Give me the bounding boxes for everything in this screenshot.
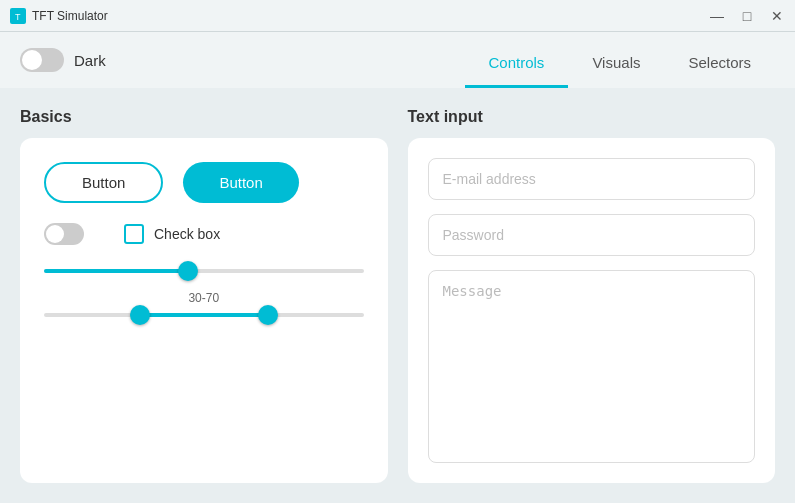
checkbox-label: Check box: [154, 226, 220, 242]
small-toggle[interactable]: [44, 223, 84, 245]
filled-button[interactable]: Button: [183, 162, 298, 203]
text-input-panel: Text input: [408, 108, 776, 483]
window-controls: — □ ✕: [709, 9, 785, 23]
message-field[interactable]: [428, 270, 756, 463]
tabs: Controls Visuals Selectors: [106, 32, 775, 88]
basics-card: Button Button Check box: [20, 138, 388, 483]
main-content: Basics Button Button Check box: [0, 88, 795, 503]
tab-controls[interactable]: Controls: [465, 38, 569, 88]
email-field[interactable]: [428, 158, 756, 200]
toggle-knob: [22, 50, 42, 70]
app-icon: T: [10, 8, 26, 24]
range-slider-area: 30-70: [44, 291, 364, 321]
svg-text:T: T: [15, 12, 21, 21]
range-slider[interactable]: [44, 309, 364, 321]
title-bar: T TFT Simulator — □ ✕: [0, 0, 795, 32]
outline-button[interactable]: Button: [44, 162, 163, 203]
range-thumb-left[interactable]: [130, 305, 150, 325]
tab-selectors[interactable]: Selectors: [664, 38, 775, 88]
slider-fill: [44, 269, 188, 273]
basics-panel: Basics Button Button Check box: [20, 108, 388, 483]
header: Dark Controls Visuals Selectors: [0, 32, 795, 88]
sliders-area: 30-70: [44, 265, 364, 321]
checkbox[interactable]: [124, 224, 144, 244]
window-title: TFT Simulator: [32, 9, 709, 23]
range-track: [44, 313, 364, 317]
maximize-button[interactable]: □: [739, 9, 755, 23]
tab-visuals[interactable]: Visuals: [568, 38, 664, 88]
close-button[interactable]: ✕: [769, 9, 785, 23]
dark-mode-label: Dark: [74, 52, 106, 69]
slider-track: [44, 269, 364, 273]
slider-thumb[interactable]: [178, 261, 198, 281]
single-slider[interactable]: [44, 265, 364, 277]
dark-mode-toggle-area: Dark: [20, 48, 106, 72]
text-input-card: [408, 138, 776, 483]
basics-title: Basics: [20, 108, 388, 126]
checkbox-row: Check box: [124, 224, 220, 244]
text-input-title: Text input: [408, 108, 776, 126]
minimize-button[interactable]: —: [709, 9, 725, 23]
window: T TFT Simulator — □ ✕ Dark Controls Visu…: [0, 0, 795, 503]
controls-row: Check box: [44, 223, 364, 245]
range-fill: [140, 313, 268, 317]
small-toggle-knob: [46, 225, 64, 243]
range-slider-label: 30-70: [44, 291, 364, 305]
buttons-row: Button Button: [44, 162, 364, 203]
password-field[interactable]: [428, 214, 756, 256]
range-thumb-right[interactable]: [258, 305, 278, 325]
dark-mode-toggle[interactable]: [20, 48, 64, 72]
